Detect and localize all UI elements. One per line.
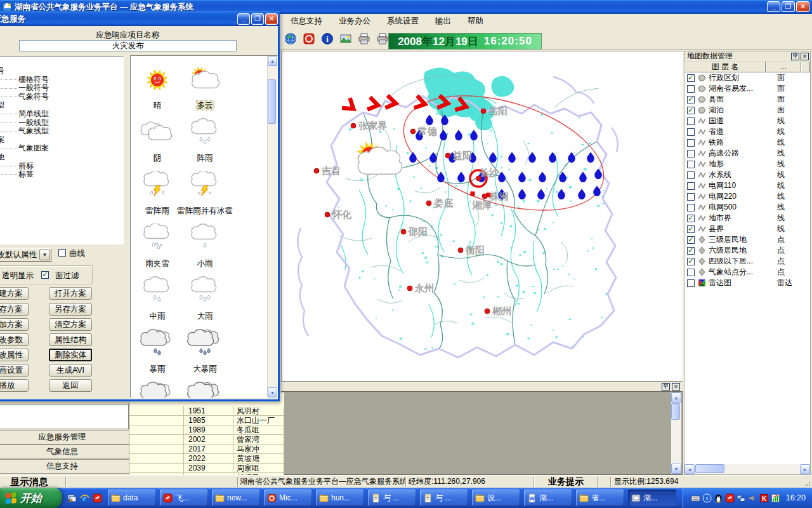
nav-info-support[interactable]: 信息支持: [0, 459, 129, 474]
weather-symbol-rain1[interactable]: [187, 224, 223, 255]
layer-row[interactable]: 六级居民地点: [684, 245, 810, 256]
layer-visibility-checkbox[interactable]: [687, 128, 695, 136]
layer-visibility-checkbox[interactable]: [687, 171, 695, 179]
weather-symbol-sun[interactable]: [139, 65, 176, 97]
table-row[interactable]: 1989冬瓜咀: [129, 425, 284, 435]
clear-plan-button[interactable]: 清空方案: [49, 318, 92, 331]
weather-symbol-thunderhail[interactable]: [187, 171, 223, 202]
kaspersky-icon[interactable]: K: [759, 493, 769, 503]
column-header-cut[interactable]: [801, 62, 810, 72]
tree-item-7[interactable]: 气象线型: [0, 127, 123, 136]
tree-item-6[interactable]: 一般线型: [0, 119, 123, 128]
fetion-icon[interactable]: [93, 493, 102, 503]
task-button-7[interactable]: 设...: [472, 490, 520, 506]
add-plan-button[interactable]: 增加方案: [0, 318, 29, 331]
tree-item-10[interactable]: 其他: [0, 153, 123, 162]
face-filter-checkbox[interactable]: [41, 271, 49, 279]
layer-visibility-checkbox[interactable]: [687, 247, 695, 255]
menu-item-4[interactable]: 帮助: [459, 14, 492, 29]
info-icon[interactable]: i: [320, 31, 335, 46]
layer-visibility-checkbox[interactable]: [687, 215, 695, 222]
layer-visibility-checkbox[interactable]: [687, 236, 695, 244]
layer-visibility-checkbox[interactable]: [687, 107, 695, 114]
weather-symbol-rain2[interactable]: [139, 276, 176, 307]
nav-emergency-service-management[interactable]: 应急服务管理: [0, 430, 129, 444]
menu-item-2[interactable]: 系统设置: [379, 14, 427, 29]
tree-item-11[interactable]: 箭标: [0, 162, 123, 171]
layer-row[interactable]: 电网500线: [684, 202, 810, 213]
table-row[interactable]: 1951凤羽村: [129, 406, 284, 416]
scroll-down-icon[interactable]: ▼: [671, 464, 681, 474]
nav-weather-info[interactable]: 气象信息: [0, 444, 129, 459]
menu-item-0[interactable]: 信息支持: [282, 14, 331, 29]
close-icon[interactable]: ✕: [801, 53, 809, 60]
network-icon[interactable]: [737, 493, 746, 503]
qq-icon[interactable]: [714, 493, 723, 503]
modify-params-button[interactable]: 修改参数: [0, 333, 29, 346]
save-plan-button[interactable]: 保存方案: [0, 303, 29, 316]
layer-visibility-checkbox[interactable]: [687, 225, 695, 233]
stop-icon[interactable]: [301, 31, 317, 46]
tree-item-3[interactable]: 气象符号: [0, 93, 123, 102]
status-business-hint[interactable]: 业务提示: [535, 476, 597, 488]
audio-icon[interactable]: [748, 493, 757, 503]
layer-row[interactable]: 电网110线: [684, 180, 810, 191]
minimize-button[interactable]: _: [767, 1, 780, 12]
delete-entity-button[interactable]: 删除实体: [49, 349, 92, 361]
weather-symbol-shower[interactable]: [187, 118, 223, 149]
minimize-button[interactable]: _: [237, 13, 250, 25]
weather-symbol-storm2[interactable]: [187, 382, 223, 398]
start-button[interactable]: 开始: [0, 488, 62, 508]
tree-item-4[interactable]: 线型: [0, 101, 123, 110]
task-button-0[interactable]: data: [108, 490, 156, 506]
task-button-8[interactable]: W湖...: [524, 490, 572, 506]
layer-visibility-checkbox[interactable]: [687, 258, 695, 265]
tree-item-2[interactable]: 一般符号: [0, 84, 123, 93]
weather-symbol-suncloud[interactable]: [187, 65, 223, 97]
layer-visibility-checkbox[interactable]: [687, 269, 695, 276]
layer-visibility-checkbox[interactable]: [687, 139, 695, 147]
layer-row[interactable]: 省道线: [684, 126, 810, 137]
task-button-2[interactable]: new...: [212, 490, 260, 506]
weather-symbol-thunder[interactable]: [139, 171, 176, 202]
layer-row[interactable]: 行政区划面: [684, 72, 810, 83]
layer-row[interactable]: 县面面: [684, 94, 810, 105]
tray-clock[interactable]: 16:20: [786, 493, 806, 502]
close-button[interactable]: ✕: [265, 13, 278, 25]
generate-avi-button[interactable]: 生成AVI: [49, 364, 92, 377]
menu-item-1[interactable]: 业务办公: [331, 14, 379, 29]
layer-row[interactable]: 县界线: [684, 224, 810, 234]
weather-symbol-overcast[interactable]: [139, 118, 176, 149]
chart-icon[interactable]: [771, 493, 780, 503]
weather-symbol-rain3[interactable]: [187, 276, 223, 307]
layer-visibility-checkbox[interactable]: [687, 74, 695, 82]
chevron-down-icon[interactable]: ▼: [39, 250, 50, 260]
layer-visibility-checkbox[interactable]: [687, 279, 695, 287]
station-table[interactable]: 1951凤羽村1985水口山一厂1989冬瓜咀2002曾家湾2017马家冲202…: [129, 392, 284, 475]
table-row[interactable]: 2017马家冲: [129, 444, 284, 454]
weather-symbol-storm[interactable]: [139, 382, 176, 398]
layer-row[interactable]: 三级居民地点: [684, 234, 810, 245]
layer-row[interactable]: 地形线: [684, 159, 810, 170]
tree-item-9[interactable]: 气象图案: [0, 144, 123, 153]
layer-visibility-checkbox[interactable]: [687, 193, 695, 201]
scroll-left-icon[interactable]: ◄: [684, 464, 695, 474]
table-row[interactable]: 2039周家咀: [129, 464, 284, 473]
weather-symbol-sleet[interactable]: [139, 224, 176, 255]
status-show-message[interactable]: 显示消息: [0, 476, 65, 488]
table-row[interactable]: 2022黄坡塘: [129, 454, 284, 464]
layer-row[interactable]: 气象站点分...点: [684, 267, 810, 277]
maximize-button[interactable]: ❐: [251, 13, 264, 25]
tree-item-0[interactable]: 符号: [0, 67, 123, 76]
globe-icon[interactable]: [283, 31, 298, 46]
restore-button[interactable]: ❐: [782, 1, 795, 12]
layer-visibility-checkbox[interactable]: [687, 204, 695, 211]
layer-visibility-checkbox[interactable]: [687, 117, 695, 125]
task-button-9[interactable]: 省...: [576, 490, 624, 506]
map-canvas[interactable]: 岳阳张家界常德益阳长沙株洲湘潭娄底吉首怀化邵阳衡阳永州郴州: [281, 51, 683, 381]
close-button[interactable]: ✕: [796, 1, 809, 12]
curve-checkbox[interactable]: 曲线: [58, 249, 85, 258]
task-button-3[interactable]: Mic...: [264, 490, 312, 506]
table-row[interactable]: 2002曾家湾: [129, 435, 284, 444]
project-name-input[interactable]: [19, 40, 237, 51]
